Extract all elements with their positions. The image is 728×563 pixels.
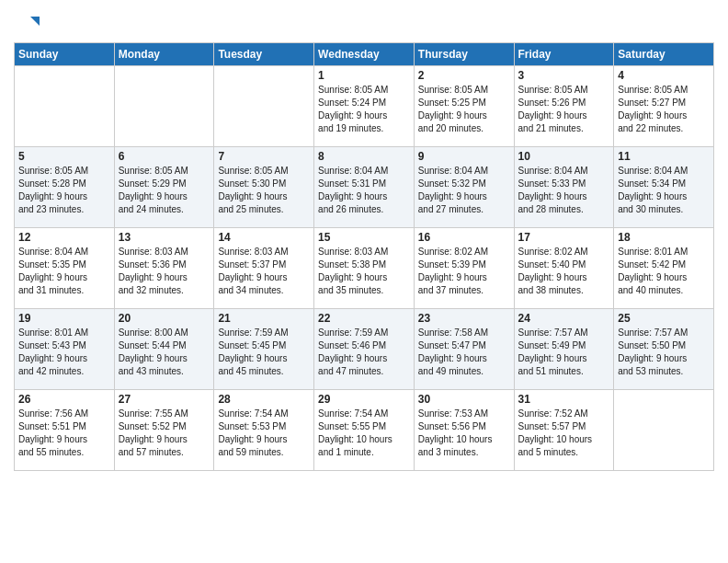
calendar-cell: 27Sunrise: 7:55 AM Sunset: 5:52 PM Dayli… <box>114 390 214 471</box>
header <box>14 9 714 35</box>
calendar-header: SundayMondayTuesdayWednesdayThursdayFrid… <box>15 43 714 66</box>
day-info: Sunrise: 8:04 AM Sunset: 5:35 PM Dayligh… <box>18 246 110 297</box>
svg-marker-1 <box>30 17 40 26</box>
day-number: 24 <box>518 312 610 325</box>
day-number: 26 <box>18 393 110 406</box>
day-number: 8 <box>318 150 410 163</box>
calendar-cell: 25Sunrise: 7:57 AM Sunset: 5:50 PM Dayli… <box>614 309 714 390</box>
calendar-cell: 9Sunrise: 8:04 AM Sunset: 5:32 PM Daylig… <box>414 147 514 228</box>
calendar-week: 5Sunrise: 8:05 AM Sunset: 5:28 PM Daylig… <box>15 147 714 228</box>
day-number: 13 <box>119 231 210 244</box>
svg-rect-2 <box>14 9 32 35</box>
day-info: Sunrise: 8:01 AM Sunset: 5:43 PM Dayligh… <box>18 327 110 378</box>
day-info: Sunrise: 8:01 AM Sunset: 5:42 PM Dayligh… <box>618 246 710 297</box>
calendar-cell: 22Sunrise: 7:59 AM Sunset: 5:46 PM Dayli… <box>314 309 415 390</box>
day-info: Sunrise: 7:58 AM Sunset: 5:47 PM Dayligh… <box>418 327 510 378</box>
day-number: 29 <box>318 393 410 406</box>
calendar-cell: 19Sunrise: 8:01 AM Sunset: 5:43 PM Dayli… <box>15 309 115 390</box>
day-info: Sunrise: 8:04 AM Sunset: 5:32 PM Dayligh… <box>418 165 510 216</box>
day-number: 2 <box>418 69 510 82</box>
header-day: Wednesday <box>314 43 415 66</box>
logo <box>14 9 43 35</box>
day-number: 11 <box>618 150 710 163</box>
day-info: Sunrise: 8:04 AM Sunset: 5:34 PM Dayligh… <box>618 165 710 216</box>
calendar-cell: 18Sunrise: 8:01 AM Sunset: 5:42 PM Dayli… <box>614 228 714 309</box>
day-number: 5 <box>18 150 110 163</box>
day-info: Sunrise: 7:59 AM Sunset: 5:46 PM Dayligh… <box>318 327 410 378</box>
calendar-table: SundayMondayTuesdayWednesdayThursdayFrid… <box>14 42 714 471</box>
header-day: Saturday <box>614 43 714 66</box>
calendar-cell: 26Sunrise: 7:56 AM Sunset: 5:51 PM Dayli… <box>15 390 115 471</box>
day-info: Sunrise: 7:52 AM Sunset: 5:57 PM Dayligh… <box>518 408 610 459</box>
day-number: 31 <box>518 393 610 406</box>
day-info: Sunrise: 7:54 AM Sunset: 5:53 PM Dayligh… <box>218 408 310 459</box>
day-info: Sunrise: 8:03 AM Sunset: 5:38 PM Dayligh… <box>318 246 410 297</box>
day-info: Sunrise: 8:03 AM Sunset: 5:36 PM Dayligh… <box>119 246 210 297</box>
day-info: Sunrise: 8:02 AM Sunset: 5:39 PM Dayligh… <box>418 246 510 297</box>
day-number: 19 <box>18 312 110 325</box>
calendar-cell <box>114 66 214 147</box>
calendar-cell: 24Sunrise: 7:57 AM Sunset: 5:49 PM Dayli… <box>514 309 614 390</box>
page: SundayMondayTuesdayWednesdayThursdayFrid… <box>0 0 728 563</box>
day-info: Sunrise: 8:05 AM Sunset: 5:28 PM Dayligh… <box>18 165 110 216</box>
day-info: Sunrise: 7:54 AM Sunset: 5:55 PM Dayligh… <box>318 408 410 459</box>
day-number: 1 <box>318 69 410 82</box>
calendar-cell <box>15 66 115 147</box>
day-info: Sunrise: 7:57 AM Sunset: 5:49 PM Dayligh… <box>518 327 610 378</box>
day-info: Sunrise: 8:04 AM Sunset: 5:31 PM Dayligh… <box>318 165 410 216</box>
header-day: Thursday <box>414 43 514 66</box>
day-number: 21 <box>218 312 310 325</box>
day-number: 22 <box>318 312 410 325</box>
day-info: Sunrise: 8:05 AM Sunset: 5:29 PM Dayligh… <box>119 165 210 216</box>
day-number: 17 <box>518 231 610 244</box>
calendar-cell: 28Sunrise: 7:54 AM Sunset: 5:53 PM Dayli… <box>214 390 314 471</box>
calendar-cell: 3Sunrise: 8:05 AM Sunset: 5:26 PM Daylig… <box>514 66 614 147</box>
calendar-cell: 8Sunrise: 8:04 AM Sunset: 5:31 PM Daylig… <box>314 147 415 228</box>
header-day: Monday <box>114 43 214 66</box>
day-info: Sunrise: 8:04 AM Sunset: 5:33 PM Dayligh… <box>518 165 610 216</box>
calendar-cell: 6Sunrise: 8:05 AM Sunset: 5:29 PM Daylig… <box>114 147 214 228</box>
calendar-cell: 1Sunrise: 8:05 AM Sunset: 5:24 PM Daylig… <box>314 66 415 147</box>
day-info: Sunrise: 7:57 AM Sunset: 5:50 PM Dayligh… <box>618 327 710 378</box>
calendar-cell: 4Sunrise: 8:05 AM Sunset: 5:27 PM Daylig… <box>614 66 714 147</box>
calendar-cell: 21Sunrise: 7:59 AM Sunset: 5:45 PM Dayli… <box>214 309 314 390</box>
calendar-week: 12Sunrise: 8:04 AM Sunset: 5:35 PM Dayli… <box>15 228 714 309</box>
day-info: Sunrise: 8:05 AM Sunset: 5:27 PM Dayligh… <box>618 84 710 135</box>
calendar-cell: 2Sunrise: 8:05 AM Sunset: 5:25 PM Daylig… <box>414 66 514 147</box>
calendar-cell <box>614 390 714 471</box>
calendar-cell: 17Sunrise: 8:02 AM Sunset: 5:40 PM Dayli… <box>514 228 614 309</box>
day-info: Sunrise: 7:56 AM Sunset: 5:51 PM Dayligh… <box>18 408 110 459</box>
day-info: Sunrise: 8:02 AM Sunset: 5:40 PM Dayligh… <box>518 246 610 297</box>
day-number: 16 <box>418 231 510 244</box>
calendar-cell: 13Sunrise: 8:03 AM Sunset: 5:36 PM Dayli… <box>114 228 214 309</box>
calendar-cell: 16Sunrise: 8:02 AM Sunset: 5:39 PM Dayli… <box>414 228 514 309</box>
day-number: 15 <box>318 231 410 244</box>
day-info: Sunrise: 7:59 AM Sunset: 5:45 PM Dayligh… <box>218 327 310 378</box>
day-info: Sunrise: 8:05 AM Sunset: 5:26 PM Dayligh… <box>518 84 610 135</box>
day-number: 9 <box>418 150 510 163</box>
calendar-cell: 29Sunrise: 7:54 AM Sunset: 5:55 PM Dayli… <box>314 390 415 471</box>
calendar-cell: 15Sunrise: 8:03 AM Sunset: 5:38 PM Dayli… <box>314 228 415 309</box>
day-number: 14 <box>218 231 310 244</box>
day-number: 27 <box>119 393 210 406</box>
calendar-cell: 11Sunrise: 8:04 AM Sunset: 5:34 PM Dayli… <box>614 147 714 228</box>
day-number: 30 <box>418 393 510 406</box>
day-info: Sunrise: 8:00 AM Sunset: 5:44 PM Dayligh… <box>119 327 210 378</box>
calendar-cell: 12Sunrise: 8:04 AM Sunset: 5:35 PM Dayli… <box>15 228 115 309</box>
day-number: 28 <box>218 393 310 406</box>
day-number: 3 <box>518 69 610 82</box>
calendar-cell: 5Sunrise: 8:05 AM Sunset: 5:28 PM Daylig… <box>15 147 115 228</box>
day-number: 10 <box>518 150 610 163</box>
header-day: Tuesday <box>214 43 314 66</box>
calendar-week: 1Sunrise: 8:05 AM Sunset: 5:24 PM Daylig… <box>15 66 714 147</box>
calendar-cell: 14Sunrise: 8:03 AM Sunset: 5:37 PM Dayli… <box>214 228 314 309</box>
svg-rect-0 <box>14 9 40 35</box>
day-number: 25 <box>618 312 710 325</box>
calendar-cell: 31Sunrise: 7:52 AM Sunset: 5:57 PM Dayli… <box>514 390 614 471</box>
calendar-cell: 7Sunrise: 8:05 AM Sunset: 5:30 PM Daylig… <box>214 147 314 228</box>
calendar-body: 1Sunrise: 8:05 AM Sunset: 5:24 PM Daylig… <box>15 66 714 471</box>
calendar-cell: 10Sunrise: 8:04 AM Sunset: 5:33 PM Dayli… <box>514 147 614 228</box>
day-info: Sunrise: 8:05 AM Sunset: 5:30 PM Dayligh… <box>218 165 310 216</box>
day-number: 20 <box>119 312 210 325</box>
calendar-cell <box>214 66 314 147</box>
